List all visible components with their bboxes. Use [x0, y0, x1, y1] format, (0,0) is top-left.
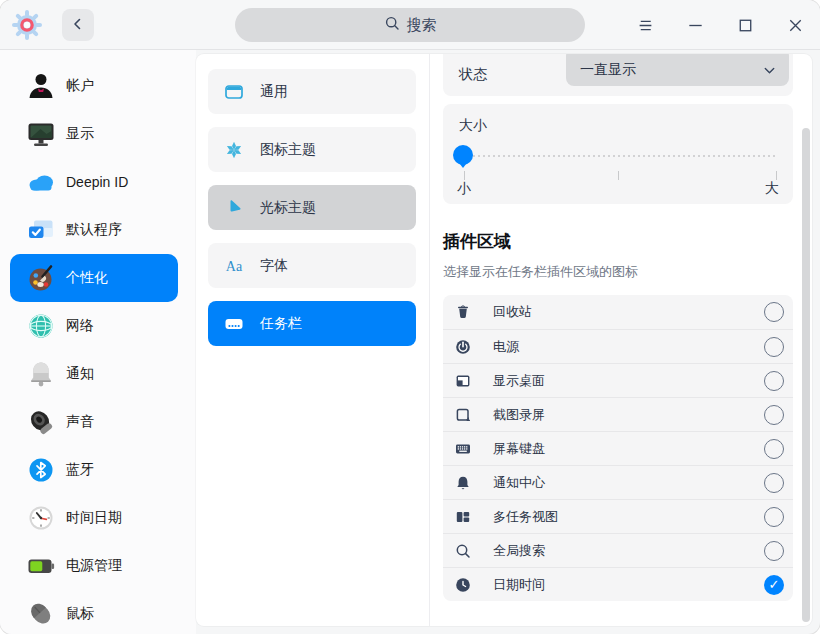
bell-icon	[26, 359, 56, 389]
plugin-label: 显示桌面	[493, 372, 764, 390]
sidebar-item-label: 网络	[66, 317, 94, 335]
plugin-label: 电源	[493, 338, 764, 356]
plugin-checkbox-screenshot[interactable]	[764, 405, 784, 425]
window-controls	[620, 0, 820, 50]
globe-icon	[26, 311, 56, 341]
status-dropdown[interactable]: 一直显示	[566, 54, 789, 86]
search-icon	[384, 15, 400, 35]
taskbar-icon	[224, 314, 244, 334]
speaker-icon	[26, 407, 56, 437]
plugin-label: 全局搜索	[493, 542, 764, 560]
screenshot-icon	[455, 407, 471, 423]
sidebar-item-label: 显示	[66, 125, 94, 143]
sidebar-item-label: Deepin ID	[66, 174, 128, 190]
plugin-row-multitask-view: 多任务视图	[443, 499, 793, 533]
plugin-checkbox-multitask-view[interactable]	[764, 507, 784, 527]
sidebar-item-notification[interactable]: 通知	[10, 350, 178, 398]
subnav-item-taskbar[interactable]: 任务栏	[208, 301, 416, 346]
sidebar-item-time-date[interactable]: 时间日期	[10, 494, 178, 542]
plugin-row-trash: 回收站	[443, 295, 793, 329]
plugin-checkbox-power[interactable]	[764, 337, 784, 357]
search-input[interactable]: 搜索	[235, 8, 585, 42]
multitask-icon	[455, 509, 471, 525]
subnav-item-label: 任务栏	[260, 315, 302, 333]
clock-icon	[26, 503, 56, 533]
chevron-down-icon	[762, 63, 777, 78]
mouse-icon	[26, 599, 56, 629]
plugin-row-notification-center: 通知中心	[443, 465, 793, 499]
slider-handle[interactable]	[453, 145, 473, 165]
plugin-area-title: 插件区域	[443, 230, 812, 253]
font-aa-icon: Aa	[224, 256, 244, 276]
plugin-checkbox-show-desktop[interactable]	[764, 371, 784, 391]
window-icon	[224, 82, 244, 102]
chevron-left-icon	[70, 16, 86, 35]
content-panel: 通用图标主题光标主题Aa字体任务栏 状态 一直显示 大小	[196, 54, 812, 626]
trash-icon	[455, 304, 471, 320]
default-apps-icon	[26, 215, 56, 245]
show-desktop-icon	[455, 373, 471, 389]
sidebar-item-sound[interactable]: 声音	[10, 398, 178, 446]
plugin-list: 回收站电源显示桌面截图录屏屏幕键盘通知中心多任务视图全局搜索日期时间	[443, 295, 793, 601]
slider-labels: 小 大	[443, 180, 793, 198]
sidebar-item-display[interactable]: 显示	[10, 110, 178, 158]
plugin-checkbox-date-time[interactable]	[764, 575, 784, 595]
sidebar-item-label: 帐户	[66, 77, 94, 95]
svg-text:Aa: Aa	[226, 258, 243, 273]
sidebar-item-label: 电源管理	[66, 557, 122, 575]
menu-icon[interactable]	[620, 0, 670, 50]
sidebar-item-bluetooth[interactable]: 蓝牙	[10, 446, 178, 494]
scrollbar-thumb[interactable]	[802, 128, 810, 622]
subnav-item-label: 光标主题	[260, 199, 316, 217]
sidebar: 帐户显示Deepin ID默认程序个性化网络通知声音蓝牙时间日期电源管理鼠标	[0, 50, 196, 634]
cursor-icon	[224, 198, 244, 218]
cloud-icon	[26, 167, 56, 197]
plugin-checkbox-onscreen-keyboard[interactable]	[764, 439, 784, 459]
plugin-label: 多任务视图	[493, 508, 764, 526]
plugin-label: 日期时间	[493, 576, 764, 594]
plugin-label: 截图录屏	[493, 406, 764, 424]
sidebar-item-account[interactable]: 帐户	[10, 62, 178, 110]
bluetooth-icon	[26, 455, 56, 485]
size-slider[interactable]	[456, 145, 780, 167]
subnav-list: 通用图标主题光标主题Aa字体任务栏	[196, 54, 430, 626]
plugin-row-global-search: 全局搜索	[443, 533, 793, 567]
subnav-item-icon-theme[interactable]: 图标主题	[208, 127, 416, 172]
slider-track[interactable]	[458, 155, 778, 157]
subnav-item-general[interactable]: 通用	[208, 69, 416, 114]
subnav-item-label: 通用	[260, 83, 288, 101]
plugin-checkbox-trash[interactable]	[764, 302, 784, 322]
sidebar-item-label: 个性化	[66, 269, 108, 287]
back-button[interactable]	[62, 9, 94, 41]
notification-bell-icon	[455, 475, 471, 491]
subnav-item-label: 字体	[260, 257, 288, 275]
keyboard-icon	[455, 441, 471, 457]
taskbar-settings-panel: 状态 一直显示 大小 小 大	[430, 54, 812, 626]
status-dropdown-value: 一直显示	[580, 55, 762, 79]
plugin-row-onscreen-keyboard: 屏幕键盘	[443, 431, 793, 465]
sidebar-item-mouse[interactable]: 鼠标	[10, 590, 178, 634]
slider-ticks	[456, 171, 780, 180]
subnav-item-cursor-theme[interactable]: 光标主题	[208, 185, 416, 230]
titlebar: 搜索	[0, 0, 820, 50]
plugin-checkbox-notification-center[interactable]	[764, 473, 784, 493]
status-label: 状态	[459, 54, 487, 96]
maximize-icon[interactable]	[720, 0, 770, 50]
sidebar-item-label: 声音	[66, 413, 94, 431]
sidebar-item-label: 时间日期	[66, 509, 122, 527]
plugin-row-power: 电源	[443, 329, 793, 363]
status-row: 状态 一直显示	[443, 54, 793, 96]
sidebar-item-network[interactable]: 网络	[10, 302, 178, 350]
sidebar-item-personalization[interactable]: 个性化	[10, 254, 178, 302]
sidebar-item-label: 蓝牙	[66, 461, 94, 479]
close-icon[interactable]	[770, 0, 820, 50]
minimize-icon[interactable]	[670, 0, 720, 50]
subnav-item-font[interactable]: Aa字体	[208, 243, 416, 288]
sidebar-item-power-manage[interactable]: 电源管理	[10, 542, 178, 590]
plugin-checkbox-global-search[interactable]	[764, 541, 784, 561]
sidebar-item-default-apps[interactable]: 默认程序	[10, 206, 178, 254]
sidebar-item-deepin-id[interactable]: Deepin ID	[10, 158, 178, 206]
sidebar-item-label: 鼠标	[66, 605, 94, 623]
clock-badge-icon	[455, 577, 471, 593]
search-icon	[455, 543, 471, 559]
